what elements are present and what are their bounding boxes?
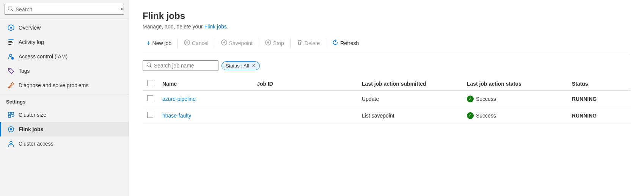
tag-icon <box>7 67 15 75</box>
col-header-last-action: Last job action submitted <box>357 77 462 91</box>
job-name-link-1[interactable]: azure-pipeline <box>162 96 196 102</box>
running-badge-1: RUNNING <box>572 96 597 102</box>
stop-button[interactable]: Stop <box>261 37 288 49</box>
col-header-name: Name <box>158 77 252 91</box>
select-all-checkbox[interactable] <box>147 80 153 86</box>
svg-rect-1 <box>8 39 14 40</box>
page-title: Flink jobs <box>143 11 630 21</box>
job-search-input[interactable] <box>154 63 214 69</box>
sidebar-item-cluster-size[interactable]: Cluster size <box>0 108 129 122</box>
col-header-jobid: Job ID <box>252 77 357 91</box>
success-icon-1: ✓ <box>467 96 474 102</box>
sidebar-item-overview[interactable]: Overview <box>0 20 129 35</box>
sidebar: « Overview Activity log <box>0 0 129 196</box>
list-icon <box>7 38 15 46</box>
refresh-button[interactable]: Refresh <box>328 37 363 49</box>
separator-5 <box>326 39 326 48</box>
separator-4 <box>290 39 291 48</box>
sidebar-item-cluster-access[interactable]: Cluster access <box>0 136 129 151</box>
sidebar-collapse-button[interactable]: « <box>119 5 126 13</box>
svg-rect-10 <box>8 115 11 118</box>
status-cell-2: RUNNING <box>567 107 630 124</box>
cancel-icon <box>184 39 190 47</box>
status-badge-text: Status : All <box>226 63 249 69</box>
savepoint-label: Savepoint <box>229 40 253 46</box>
delete-icon <box>297 39 303 47</box>
search-job-icon <box>147 63 152 69</box>
last-action-cell-1: Update <box>357 91 462 107</box>
sidebar-item-label: Diagnose and solve problems <box>19 82 88 88</box>
savepoint-button[interactable]: Savepoint <box>217 37 256 49</box>
plus-icon: + <box>146 40 151 47</box>
sidebar-item-label: Flink jobs <box>19 126 43 132</box>
status-cell-1: RUNNING <box>567 91 630 107</box>
table-row: hbase-faulty List savepoint ✓ Success RU… <box>143 107 630 124</box>
separator-1 <box>177 39 178 48</box>
search-input[interactable] <box>16 6 121 13</box>
delete-label: Delete <box>305 40 320 46</box>
last-status-cell-1: ✓ Success <box>462 91 567 107</box>
sidebar-item-label: Cluster access <box>19 141 53 147</box>
success-status-2: ✓ Success <box>467 112 563 119</box>
col-header-status: Status <box>567 77 630 91</box>
refresh-label: Refresh <box>340 40 359 46</box>
stop-icon <box>265 39 271 47</box>
sidebar-item-label: Activity log <box>19 39 44 45</box>
svg-rect-8 <box>8 112 11 114</box>
table-header-row: Name Job ID Last job action submitted La… <box>143 77 630 91</box>
success-text-2: Success <box>476 113 496 119</box>
job-search-box[interactable] <box>143 60 218 71</box>
svg-point-0 <box>10 27 12 29</box>
sidebar-item-label: Access control (IAM) <box>19 53 68 60</box>
filter-bar: Status : All ✕ <box>143 60 630 71</box>
job-name-cell-2: hbase-faulty <box>158 107 252 124</box>
separator-2 <box>215 39 215 48</box>
settings-section-label: Settings <box>0 94 129 106</box>
delete-button[interactable]: Delete <box>293 37 324 49</box>
jobs-table: Name Job ID Last job action submitted La… <box>143 77 630 124</box>
flink-jobs-link[interactable]: Flink jobs <box>204 24 227 30</box>
sidebar-nav: Overview Activity log <box>0 19 129 94</box>
main-content: Flink jobs Manage, add, delete your Flin… <box>129 0 644 196</box>
col-header-last-status: Last job action status <box>462 77 567 91</box>
col-header-checkbox <box>143 77 158 91</box>
sidebar-item-flink-jobs[interactable]: Flink jobs <box>0 122 129 136</box>
svg-rect-2 <box>8 41 12 42</box>
job-name-cell-1: azure-pipeline <box>158 91 252 107</box>
status-badge-close[interactable]: ✕ <box>252 63 256 68</box>
row-checkbox-1[interactable] <box>147 95 153 101</box>
savepoint-icon <box>221 39 227 47</box>
last-status-cell-2: ✓ Success <box>462 107 567 124</box>
svg-point-12 <box>10 128 12 130</box>
flink-icon <box>7 125 15 133</box>
success-text-1: Success <box>476 96 496 102</box>
job-id-cell-1 <box>252 91 357 107</box>
row-checkbox-cell-2 <box>143 107 158 124</box>
sidebar-item-access-control[interactable]: Access control (IAM) <box>0 49 129 64</box>
sidebar-item-tags[interactable]: Tags <box>0 64 129 78</box>
svg-point-6 <box>9 69 10 70</box>
row-checkbox-cell <box>143 91 158 107</box>
row-checkbox-2[interactable] <box>147 112 153 118</box>
job-name-link-2[interactable]: hbase-faulty <box>162 113 191 119</box>
new-job-label: New job <box>152 40 172 46</box>
cancel-label: Cancel <box>192 40 209 46</box>
sidebar-search-container: « <box>0 0 129 19</box>
sidebar-item-activity-log[interactable]: Activity log <box>0 35 129 49</box>
svg-rect-19 <box>267 42 269 44</box>
svg-line-7 <box>9 87 9 88</box>
success-status-1: ✓ Success <box>467 96 563 102</box>
search-box[interactable] <box>5 4 124 15</box>
svg-point-5 <box>9 54 12 56</box>
job-id-cell-2 <box>252 107 357 124</box>
toolbar: + New job Cancel Savepoint <box>143 37 630 54</box>
new-job-button[interactable]: + New job <box>143 38 175 49</box>
person-shield-icon <box>7 53 15 60</box>
table-header: Name Job ID Last job action submitted La… <box>143 77 630 91</box>
cancel-button[interactable]: Cancel <box>180 37 212 49</box>
last-action-cell-2: List savepoint <box>357 107 462 124</box>
grid-edit-icon <box>7 111 15 119</box>
separator-3 <box>259 39 259 48</box>
status-filter-badge[interactable]: Status : All ✕ <box>221 61 260 70</box>
sidebar-item-diagnose[interactable]: Diagnose and solve problems <box>0 78 129 93</box>
